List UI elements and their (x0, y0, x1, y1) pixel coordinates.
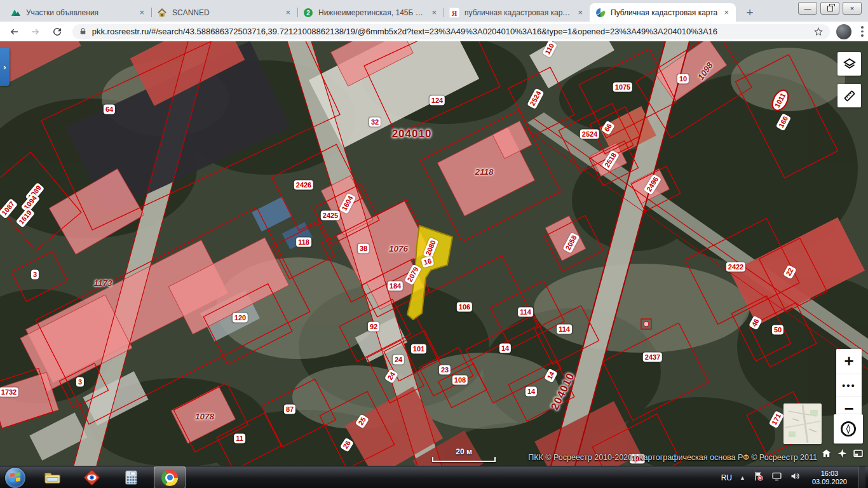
center-marker-button[interactable] (837, 448, 848, 459)
layers-icon (842, 57, 857, 72)
parcel-label: 2496 (644, 173, 662, 195)
file-explorer-button[interactable] (39, 466, 65, 488)
chevron-right-icon: › (3, 62, 6, 72)
taskbar-clock[interactable]: 16:03 03.09.2020 (808, 470, 851, 486)
home-button[interactable] (821, 448, 832, 459)
browser-tab[interactable]: Публичная кадастровая карта× (590, 3, 736, 22)
windows-taskbar: RU ▲ (0, 466, 868, 488)
zoom-in-button[interactable]: + (836, 349, 862, 374)
map-copyright: ПКК © Росреестр 2010-2020 | Картографиче… (528, 453, 817, 462)
display-settings-button[interactable] (771, 471, 782, 484)
parcel-label: 114 (557, 325, 572, 334)
tab-title: публичная кадастровая карта – (465, 8, 571, 17)
house-favicon (157, 8, 167, 18)
parcel-label: 87 (284, 405, 295, 414)
parcel-label: 110 (542, 41, 557, 58)
parcel-label: 3 (76, 377, 84, 387)
parcel-label: 120 (233, 313, 248, 323)
minimize-icon: — (804, 5, 811, 12)
parcel-label: 2518 (602, 149, 620, 171)
close-button[interactable]: × (843, 2, 862, 15)
home-icon (821, 448, 832, 459)
tab-close-icon[interactable]: × (576, 8, 584, 17)
new-tab-button[interactable]: + (741, 4, 759, 22)
browser-tab[interactable]: Участки объявления× (5, 3, 151, 22)
calculator-button[interactable] (118, 466, 144, 488)
browser-menu-button[interactable] (857, 24, 868, 39)
svg-text:2: 2 (306, 9, 310, 16)
parcel-label: 1619 (15, 207, 35, 228)
language-indicator[interactable]: RU (721, 473, 732, 482)
parcel-label: 14 (544, 368, 558, 383)
address-bar[interactable]: pkk.rosreestr.ru/#/search/43.58868637250… (72, 24, 830, 39)
tab-close-icon[interactable]: × (284, 8, 292, 17)
parcel-label: 2118 (475, 167, 493, 177)
tab-close-icon[interactable]: × (430, 8, 438, 17)
expand-search-panel-button[interactable]: › (0, 48, 10, 86)
scale-line (432, 457, 496, 462)
browser-tab[interactable]: 2Нижнеимеретинская, 145Б — 2× (297, 3, 444, 22)
tray-expand-icon[interactable]: ▲ (740, 475, 745, 481)
speaker-icon (790, 471, 801, 482)
map-canvas[interactable]: 6412432204010211824262425160411838107620… (0, 41, 868, 466)
parcel-label: 26 (340, 437, 354, 452)
chrome-icon (161, 470, 178, 486)
action-center-button[interactable] (753, 471, 764, 484)
parcel-label: 2524 (527, 88, 545, 109)
zoom-more-button[interactable]: ••• (836, 374, 862, 396)
parcel-label: 2080 (423, 237, 438, 259)
plus-icon: + (844, 351, 853, 371)
back-icon (8, 26, 20, 37)
fullscreen-button[interactable] (853, 448, 864, 459)
image-viewer-button[interactable] (79, 466, 104, 488)
restore-button[interactable] (820, 2, 839, 15)
browser-tab[interactable]: Япубличная кадастровая карта –× (444, 3, 590, 22)
reload-button[interactable] (50, 24, 65, 39)
parcel-label: 24 (384, 369, 398, 383)
tab-close-icon[interactable]: × (722, 8, 730, 17)
parcel-label: 171 (769, 410, 785, 429)
parcel-label: 38 (358, 244, 369, 254)
forward-button[interactable] (28, 24, 43, 39)
parcel-label: 11 (234, 434, 245, 444)
parcel-label: 22 (783, 264, 797, 279)
parcel-label: 2524 (580, 130, 599, 139)
parcel-label: 2079 (404, 264, 422, 285)
layers-button[interactable] (837, 52, 861, 76)
profile-avatar[interactable] (836, 24, 851, 39)
date-text: 03.09.2020 (812, 478, 847, 486)
parcel-label: 1075 (613, 83, 632, 92)
parcel-label: 66 (601, 120, 615, 135)
zoom-controls: + ••• − (836, 349, 862, 421)
tab-close-icon[interactable]: × (138, 8, 146, 17)
parcel-label: 64 (104, 105, 115, 114)
yandex-favicon: Я (449, 8, 459, 18)
parcel-label: 16 (421, 255, 435, 268)
show-desktop-button[interactable] (858, 466, 865, 488)
chrome-taskbar-button[interactable] (154, 466, 186, 488)
parcel-label: 2426 (294, 180, 313, 190)
compass-icon (839, 419, 858, 438)
parcel-label: 2425 (321, 211, 340, 220)
url-text: pkk.rosreestr.ru/#/search/43.58868637250… (92, 27, 808, 36)
minimize-button[interactable]: — (798, 2, 817, 15)
close-icon: × (850, 5, 854, 12)
parcel-label: 1011 (770, 88, 790, 112)
screen-icon (853, 448, 864, 459)
browser-tab[interactable]: SCANNED× (151, 3, 297, 22)
back-button[interactable] (6, 24, 22, 39)
calculator-icon (123, 469, 140, 486)
parcel-label: 23 (439, 365, 451, 375)
tab-title: Участки объявления (26, 8, 133, 17)
overview-minimap[interactable] (783, 403, 822, 444)
measure-ruler-button[interactable] (837, 84, 861, 107)
four-point-star-icon (837, 448, 848, 459)
browser-toolbar: pkk.rosreestr.ru/#/search/43.58868637250… (0, 22, 868, 41)
start-button[interactable] (5, 468, 25, 488)
minimap-preview (783, 403, 822, 444)
my-location-button[interactable] (834, 414, 863, 444)
scale-label: 20 м (432, 447, 496, 456)
volume-button[interactable] (790, 471, 801, 484)
bookmark-star-icon[interactable] (813, 27, 824, 37)
monitor-icon (771, 471, 782, 482)
